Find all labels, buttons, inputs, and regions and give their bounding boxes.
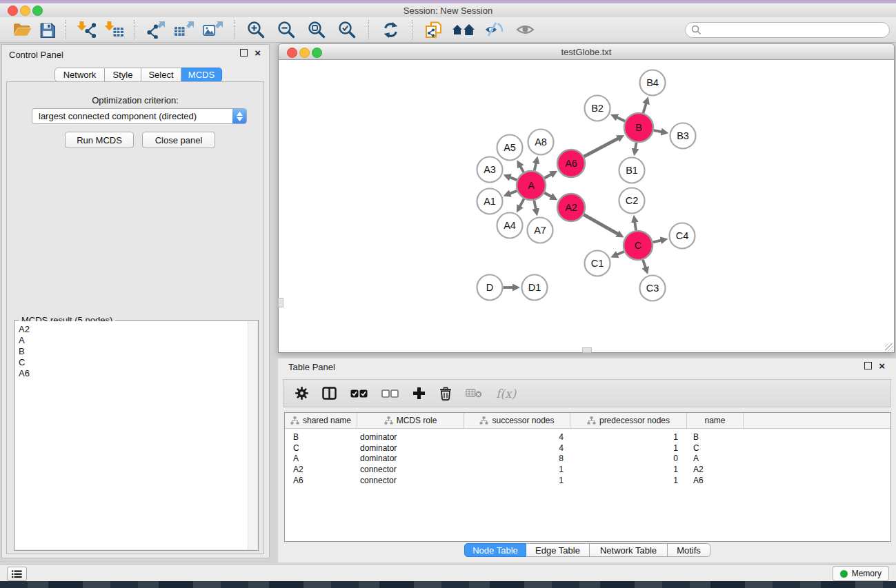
edge-A6-B[interactable] xyxy=(584,137,621,157)
edge-C-C2[interactable] xyxy=(635,219,636,230)
column-header-predecessor-nodes[interactable]: predecessor nodes xyxy=(570,413,687,428)
canvas-left-grip[interactable] xyxy=(278,298,283,307)
node-a1[interactable]: A1 xyxy=(477,189,503,214)
node-c1[interactable]: C1 xyxy=(585,251,610,276)
tab-node-table[interactable]: Node Table xyxy=(464,543,526,557)
float-panel-icon[interactable] xyxy=(240,49,248,57)
column-header-MCDS-role[interactable]: MCDS role xyxy=(357,413,464,428)
result-item-c[interactable]: C xyxy=(19,357,257,368)
cell-predecessor-nodes[interactable]: 1 xyxy=(570,476,687,485)
node-a2[interactable]: A2 xyxy=(557,194,585,221)
home-view-button[interactable] xyxy=(448,18,479,41)
mcds-result-list[interactable]: A2ABCA6 xyxy=(15,321,257,549)
cell-MCDS-role[interactable]: connector xyxy=(357,476,464,485)
edge-B-B1[interactable] xyxy=(635,143,636,152)
cell-predecessor-nodes[interactable]: 1 xyxy=(570,465,687,474)
import-network-button[interactable] xyxy=(72,18,100,41)
edge-B-B4[interactable] xyxy=(643,100,647,113)
close-panel-button[interactable]: Close panel xyxy=(142,132,215,148)
memory-button[interactable]: Memory xyxy=(833,566,889,581)
cell-successor-nodes[interactable]: 1 xyxy=(464,465,570,474)
tab-select[interactable]: Select xyxy=(141,68,181,82)
network-canvas[interactable]: B4B2BB3A8A5A6A3B1AA1C2A2A4A7C4CC1C3DD1 xyxy=(278,60,895,353)
hide-graphics-details-button[interactable] xyxy=(479,18,510,41)
cell-shared-name[interactable]: A xyxy=(285,454,357,463)
criterion-dropdown[interactable]: largest connected component (directed) xyxy=(32,108,247,124)
node-b3[interactable]: B3 xyxy=(670,123,696,149)
tab-edge-table[interactable]: Edge Table xyxy=(526,543,590,557)
edge-A-A5[interactable] xyxy=(519,163,524,172)
node-c[interactable]: C xyxy=(624,231,653,260)
tab-network[interactable]: Network xyxy=(54,68,105,82)
cell-name[interactable]: A2 xyxy=(687,465,744,474)
edge-A-A3[interactable] xyxy=(507,176,517,180)
cell-successor-nodes[interactable]: 8 xyxy=(464,454,570,463)
cell-successor-nodes[interactable]: 4 xyxy=(464,432,570,442)
column-header-shared-name[interactable]: shared name xyxy=(285,413,357,428)
save-session-button[interactable] xyxy=(34,18,59,41)
task-history-button[interactable] xyxy=(7,567,27,581)
node-d[interactable]: D xyxy=(477,275,503,301)
zoom-in-button[interactable] xyxy=(241,18,271,41)
cell-shared-name[interactable]: C xyxy=(285,443,357,453)
node-a4[interactable]: A4 xyxy=(497,213,523,239)
export-network-button[interactable] xyxy=(141,18,170,41)
column-header-name[interactable]: name xyxy=(687,413,744,428)
open-file-button[interactable] xyxy=(10,18,34,41)
network-graph[interactable]: B4B2BB3A8A5A6A3B1AA1C2A2A4A7C4CC1C3DD1 xyxy=(279,60,894,352)
zoom-fit-button[interactable] xyxy=(301,18,332,41)
node-a8[interactable]: A8 xyxy=(528,130,554,155)
column-header-successor-nodes[interactable]: successor nodes xyxy=(464,413,570,428)
export-image-button[interactable] xyxy=(199,18,228,41)
session-titlebar[interactable]: Session: New Session xyxy=(0,3,896,18)
cell-name[interactable]: B xyxy=(687,432,744,442)
edge-C-C4[interactable] xyxy=(653,240,664,243)
tab-mcds[interactable]: MCDS xyxy=(181,68,222,82)
table-row-a[interactable]: Adominator80A xyxy=(285,453,890,464)
node-b1[interactable]: B1 xyxy=(619,158,645,183)
node-a5[interactable]: A5 xyxy=(497,135,523,161)
cell-MCDS-role[interactable]: connector xyxy=(357,465,464,474)
result-scrollbar[interactable] xyxy=(248,321,257,549)
search-input[interactable] xyxy=(701,24,870,35)
cell-MCDS-role[interactable]: dominator xyxy=(357,432,464,442)
cell-name[interactable]: A xyxy=(687,454,744,463)
cell-predecessor-nodes[interactable]: 1 xyxy=(570,443,687,453)
cell-predecessor-nodes[interactable]: 1 xyxy=(570,432,687,442)
edge-A-A1[interactable] xyxy=(507,191,517,195)
cell-shared-name[interactable]: B xyxy=(285,432,357,442)
cell-successor-nodes[interactable]: 4 xyxy=(464,443,570,453)
node-d1[interactable]: D1 xyxy=(522,275,548,301)
node-c2[interactable]: C2 xyxy=(619,188,645,214)
zoom-out-button[interactable] xyxy=(271,18,301,41)
edge-B-B3[interactable] xyxy=(654,130,665,132)
float-table-panel-icon[interactable] xyxy=(864,362,872,369)
table-settings-button[interactable] xyxy=(295,387,308,400)
apply-layout-button[interactable] xyxy=(375,18,406,41)
node-a6[interactable]: A6 xyxy=(557,150,585,177)
table-row-a6[interactable]: A6connector11A6 xyxy=(285,475,890,486)
table-row-b[interactable]: Bdominator41B xyxy=(285,432,890,443)
cell-MCDS-role[interactable]: dominator xyxy=(357,443,464,453)
node-b4[interactable]: B4 xyxy=(640,70,666,96)
canvas-bottom-grip[interactable] xyxy=(582,347,592,353)
delete-column-button[interactable] xyxy=(439,387,452,401)
node-b[interactable]: B xyxy=(624,113,653,142)
search-field[interactable] xyxy=(685,22,890,38)
export-table-button[interactable] xyxy=(170,18,199,41)
cell-shared-name[interactable]: A2 xyxy=(285,465,357,474)
edge-C-C1[interactable] xyxy=(614,252,624,256)
show-column-button[interactable] xyxy=(322,387,337,400)
result-item-a6[interactable]: A6 xyxy=(19,368,257,379)
tab-motifs[interactable]: Motifs xyxy=(668,543,710,557)
cell-MCDS-role[interactable]: dominator xyxy=(357,454,464,463)
node-a[interactable]: A xyxy=(517,171,546,200)
cell-predecessor-nodes[interactable]: 0 xyxy=(570,454,687,463)
edge-A-A8[interactable] xyxy=(535,160,537,171)
function-builder-button[interactable]: f(x) xyxy=(496,387,516,401)
add-column-button[interactable] xyxy=(412,387,426,400)
tab-network-table[interactable]: Network Table xyxy=(590,543,668,557)
run-mcds-button[interactable]: Run MCDS xyxy=(65,132,134,148)
show-details-button[interactable] xyxy=(510,18,540,41)
select-all-button[interactable] xyxy=(350,389,368,398)
